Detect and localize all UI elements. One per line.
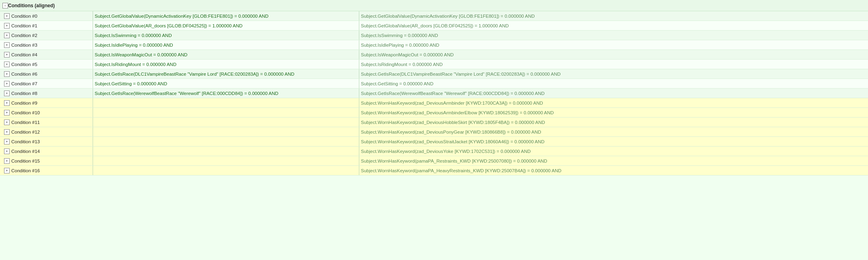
row-toggle[interactable]: +: [4, 52, 10, 58]
table-row[interactable]: +Condition #1Subject.GetGlobalValue(AR_d…: [0, 21, 868, 31]
row-toggle[interactable]: +: [4, 13, 10, 19]
row-toggle[interactable]: +: [4, 129, 10, 135]
condition-right-value: Subject.IsIdlePlaying = 0.000000 AND: [359, 42, 868, 48]
condition-left-value: Subject.IsIdlePlaying = 0.000000 AND: [93, 42, 359, 48]
condition-left-value: [93, 131, 359, 133]
condition-name-cell: +Condition #2: [0, 32, 93, 39]
row-toggle[interactable]: +: [4, 42, 10, 48]
condition-right-value: Subject.IsWeaponMagicOut = 0.000000 AND: [359, 52, 868, 58]
condition-label: Condition #2: [11, 33, 37, 38]
row-toggle[interactable]: +: [4, 33, 10, 38]
row-toggle[interactable]: +: [4, 149, 10, 154]
condition-left-value: Subject.GetIsRace(DLC1VampireBeastRace "…: [93, 71, 359, 77]
conditions-tree: − Conditions (aligned) +Condition #0Subj…: [0, 0, 868, 260]
condition-right-value: Subject.WornHasKeyword(zad_DeviousArmbin…: [359, 100, 868, 106]
condition-label: Condition #4: [11, 52, 37, 57]
condition-label: Condition #11: [11, 120, 40, 125]
condition-right-value: Subject.GetGlobalValue(DynamicActivation…: [359, 13, 868, 19]
condition-name-cell: +Condition #1: [0, 22, 93, 29]
table-row[interactable]: +Condition #4Subject.IsWeaponMagicOut = …: [0, 50, 868, 60]
condition-name-cell: +Condition #15: [0, 157, 93, 165]
row-toggle[interactable]: +: [4, 71, 10, 77]
row-toggle[interactable]: +: [4, 81, 10, 87]
condition-label: Condition #13: [11, 139, 40, 144]
condition-name-cell: +Condition #16: [0, 167, 93, 174]
table-row[interactable]: +Condition #9Subject.WornHasKeyword(zad_…: [0, 98, 868, 108]
condition-right-value: Subject.WornHasKeyword(zad_DeviousStrait…: [359, 138, 868, 145]
condition-right-value: Subject.GetSitting = 0.000000 AND: [359, 80, 868, 87]
row-toggle[interactable]: +: [4, 139, 10, 144]
table-row[interactable]: +Condition #12Subject.WornHasKeyword(zad…: [0, 127, 868, 137]
condition-label: Condition #5: [11, 62, 37, 67]
row-toggle[interactable]: +: [4, 168, 10, 173]
condition-name-cell: +Condition #6: [0, 70, 93, 78]
table-row[interactable]: +Condition #15Subject.WornHasKeyword(pam…: [0, 156, 868, 166]
condition-right-value: Subject.WornHasKeyword(zad_DeviousPonyGe…: [359, 129, 868, 135]
rows-container: +Condition #0Subject.GetGlobalValue(Dyna…: [0, 11, 868, 175]
row-toggle[interactable]: +: [4, 91, 10, 96]
condition-right-value: Subject.WornHasKeyword(zad_DeviousYoke […: [359, 148, 868, 155]
condition-left-value: [93, 151, 359, 152]
condition-label: Condition #15: [11, 159, 40, 163]
row-toggle[interactable]: +: [4, 100, 10, 106]
condition-name-cell: +Condition #9: [0, 99, 93, 107]
condition-left-value: [93, 141, 359, 142]
condition-name-cell: +Condition #0: [0, 12, 93, 20]
condition-label: Condition #14: [11, 149, 40, 154]
table-row[interactable]: +Condition #0Subject.GetGlobalValue(Dyna…: [0, 11, 868, 21]
condition-name-cell: +Condition #12: [0, 128, 93, 136]
table-row[interactable]: +Condition #11Subject.WornHasKeyword(zad…: [0, 118, 868, 127]
condition-label: Condition #12: [11, 130, 40, 134]
condition-name-cell: +Condition #10: [0, 109, 93, 116]
table-row[interactable]: +Condition #14Subject.WornHasKeyword(zad…: [0, 147, 868, 156]
condition-left-value: Subject.IsSwimming = 0.000000 AND: [93, 32, 359, 39]
row-toggle[interactable]: +: [4, 158, 10, 164]
condition-name-cell: +Condition #11: [0, 119, 93, 126]
condition-label: Condition #10: [11, 110, 40, 115]
row-toggle[interactable]: +: [4, 120, 10, 125]
table-row[interactable]: +Condition #7Subject.GetSitting = 0.0000…: [0, 79, 868, 89]
condition-right-value: Subject.WornHasKeyword(pamaPA_Restraints…: [359, 158, 868, 164]
condition-left-value: Subject.GetSitting = 0.000000 AND: [93, 80, 359, 87]
condition-right-value: Subject.IsRidingMount = 0.000000 AND: [359, 61, 868, 68]
condition-name-cell: +Condition #4: [0, 51, 93, 58]
condition-label: Condition #16: [11, 168, 40, 173]
table-row[interactable]: +Condition #16Subject.WornHasKeyword(pam…: [0, 166, 868, 175]
condition-right-value: Subject.WornHasKeyword(zad_DeviousArmbin…: [359, 109, 868, 116]
condition-label: Condition #6: [11, 72, 37, 76]
header-toggle[interactable]: −: [2, 3, 8, 8]
table-row[interactable]: +Condition #6Subject.GetIsRace(DLC1Vampi…: [0, 69, 868, 79]
row-toggle[interactable]: +: [4, 62, 10, 67]
condition-label: Condition #3: [11, 43, 37, 47]
condition-name-cell: +Condition #3: [0, 41, 93, 49]
condition-name-cell: +Condition #13: [0, 138, 93, 145]
table-row[interactable]: +Condition #3Subject.IsIdlePlaying = 0.0…: [0, 40, 868, 50]
header-row: − Conditions (aligned): [0, 0, 868, 11]
condition-left-value: Subject.GetIsRace(WerewolfBeastRace "Wer…: [93, 90, 359, 97]
condition-left-value: Subject.IsWeaponMagicOut = 0.000000 AND: [93, 52, 359, 58]
condition-label: Condition #1: [11, 23, 37, 28]
table-row[interactable]: +Condition #2Subject.IsSwimming = 0.0000…: [0, 31, 868, 40]
condition-left-value: Subject.GetGlobalValue(AR_doors [GLOB:DF…: [93, 23, 359, 29]
condition-left-value: [93, 112, 359, 113]
row-toggle[interactable]: +: [4, 23, 10, 29]
condition-left-value: [93, 160, 359, 162]
condition-left-value: [93, 170, 359, 171]
condition-name-cell: +Condition #7: [0, 80, 93, 87]
condition-right-value: Subject.GetGlobalValue(AR_doors [GLOB:DF…: [359, 23, 868, 29]
condition-label: Condition #0: [11, 14, 37, 19]
condition-name-cell: +Condition #14: [0, 148, 93, 155]
condition-left-value: [93, 122, 359, 123]
condition-right-value: Subject.IsSwimming = 0.000000 AND: [359, 32, 868, 39]
table-row[interactable]: +Condition #13Subject.WornHasKeyword(zad…: [0, 137, 868, 147]
condition-left-value: Subject.GetGlobalValue(DynamicActivation…: [93, 13, 359, 19]
condition-name-cell: +Condition #5: [0, 61, 93, 68]
row-toggle[interactable]: +: [4, 110, 10, 116]
condition-left-value: Subject.IsRidingMount = 0.000000 AND: [93, 61, 359, 68]
table-row[interactable]: +Condition #5Subject.IsRidingMount = 0.0…: [0, 60, 868, 69]
condition-right-value: Subject.WornHasKeyword(zad_DeviousHobble…: [359, 119, 868, 126]
table-row[interactable]: +Condition #8Subject.GetIsRace(WerewolfB…: [0, 89, 868, 98]
condition-label: Condition #8: [11, 91, 37, 96]
condition-right-value: Subject.WornHasKeyword(pamaPA_HeavyRestr…: [359, 167, 868, 174]
table-row[interactable]: +Condition #10Subject.WornHasKeyword(zad…: [0, 108, 868, 118]
